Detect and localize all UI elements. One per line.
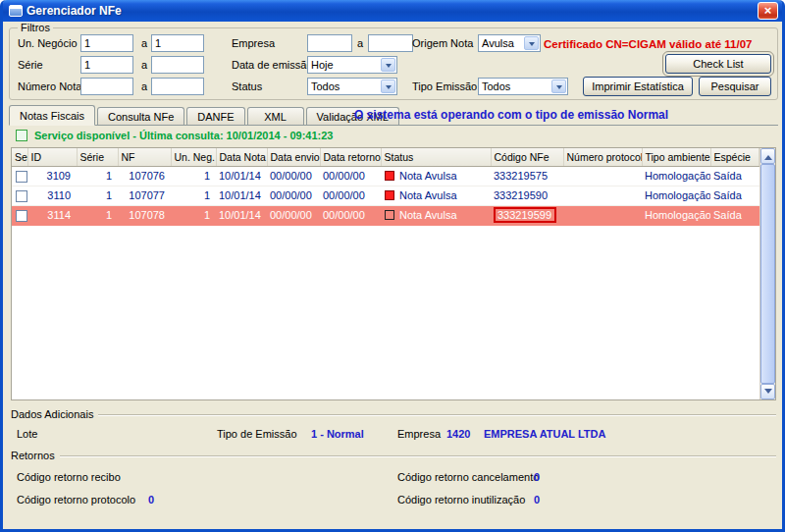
range-a-label: a bbox=[357, 37, 363, 49]
nf-cell: 107077 bbox=[118, 186, 171, 205]
un-neg-cell: 1 bbox=[171, 166, 216, 186]
data-envio-cell: 00/00/00 bbox=[267, 166, 320, 186]
data-nota-cell: 10/01/14 bbox=[216, 186, 267, 205]
status-cell: Nota Avulsa bbox=[381, 205, 491, 225]
chevron-down-icon[interactable] bbox=[381, 80, 395, 93]
numero-nota-from-input[interactable] bbox=[80, 78, 133, 95]
un-negocio-label: Un. Negócio bbox=[18, 37, 78, 49]
empresa-info-label: Empresa bbox=[397, 428, 441, 440]
un-negocio-to-input[interactable] bbox=[151, 34, 204, 52]
column-header[interactable]: Data Nota bbox=[216, 148, 267, 166]
service-status-line: Serviço disponível - Última consulta: 10… bbox=[16, 130, 333, 141]
retornos-title: Retornos bbox=[11, 450, 60, 461]
empresa-nome-value: EMPRESA ATUAL LTDA bbox=[484, 428, 605, 440]
check-list-button[interactable]: Check List bbox=[665, 54, 771, 74]
dados-adicionais-title: Dados Adicionais bbox=[11, 408, 98, 420]
column-header[interactable]: Data envio bbox=[267, 148, 320, 166]
column-header[interactable]: Série bbox=[77, 148, 118, 166]
column-header[interactable]: Código NFe bbox=[491, 148, 563, 166]
chevron-down-icon[interactable] bbox=[524, 36, 539, 50]
protocolo-cell bbox=[563, 166, 642, 186]
data-emissao-label: Data de emissão bbox=[232, 59, 313, 71]
column-header[interactable]: Número protocolo bbox=[563, 148, 642, 166]
codigo-nfe-cell: 333219590 bbox=[491, 186, 563, 205]
serie-to-input[interactable] bbox=[151, 56, 204, 74]
retorno-recibo-label: Código retorno recibo bbox=[17, 471, 121, 483]
section-divider bbox=[98, 414, 776, 416]
tipo-ambiente-cell: Homologação bbox=[642, 166, 710, 186]
client-area: Filtros Un. Negócio a Série a Número Not… bbox=[3, 22, 782, 529]
chevron-down-icon[interactable] bbox=[551, 80, 566, 93]
column-header[interactable]: Status bbox=[381, 148, 491, 166]
vertical-scrollbar[interactable] bbox=[759, 148, 775, 399]
numero-nota-label: Número Nota bbox=[18, 80, 81, 92]
pesquisar-button[interactable]: Pesquisar bbox=[699, 77, 771, 96]
column-header[interactable]: Espécie bbox=[710, 148, 759, 166]
un-negocio-from-input[interactable] bbox=[80, 34, 133, 52]
status-icon bbox=[385, 210, 394, 220]
especie-cell: Saída bbox=[710, 205, 759, 225]
data-emissao-select[interactable]: Hoje bbox=[307, 56, 397, 74]
retorno-inutilizacao-label: Código retorno inutilização bbox=[397, 494, 525, 505]
empresa-to-input[interactable] bbox=[368, 34, 413, 52]
table-row[interactable]: 3110 1 107077 1 10/01/14 00/00/00 00/00/… bbox=[12, 186, 759, 205]
empresa-label: Empresa bbox=[232, 37, 275, 49]
column-header[interactable]: Tipo ambiente bbox=[642, 148, 710, 166]
imprimir-estatistica-button[interactable]: Imprimir Estatística bbox=[583, 77, 693, 96]
status-text: Nota Avulsa bbox=[399, 170, 457, 182]
status-icon bbox=[385, 190, 394, 200]
status-text: Nota Avulsa bbox=[399, 189, 457, 201]
sel-cell bbox=[12, 186, 27, 205]
codigo-nfe-value: 333219590 bbox=[494, 189, 548, 201]
tab-label: Notas Fiscais bbox=[20, 110, 84, 122]
close-icon[interactable]: × bbox=[758, 2, 778, 20]
table-row[interactable]: 3109 1 107076 1 10/01/14 00/00/00 00/00/… bbox=[12, 166, 759, 186]
row-checkbox[interactable] bbox=[16, 171, 27, 183]
tabs: Notas Fiscais Consulta NFe DANFE XML Val… bbox=[9, 105, 401, 125]
column-header[interactable]: NF bbox=[118, 148, 171, 166]
data-emissao-value: Hoje bbox=[308, 59, 380, 71]
tab[interactable]: Notas Fiscais bbox=[9, 105, 95, 126]
column-header[interactable]: Data retorno bbox=[320, 148, 381, 166]
protocolo-cell bbox=[563, 205, 642, 225]
data-nota-cell: 10/01/14 bbox=[216, 166, 267, 186]
lote-label: Lote bbox=[17, 428, 37, 440]
retorno-protocolo-value: 0 bbox=[148, 494, 154, 505]
service-available-icon bbox=[16, 130, 27, 141]
tab[interactable]: Consulta NFe bbox=[97, 107, 184, 125]
scroll-up-icon[interactable] bbox=[760, 148, 775, 164]
titlebar[interactable]: Gerenciador NFe × bbox=[3, 0, 782, 22]
column-header[interactable]: Sel bbox=[12, 148, 27, 166]
invoice-grid-body: SelIDSérieNFUn. Neg.Data NotaData envioD… bbox=[12, 148, 759, 399]
tab[interactable]: XML bbox=[247, 107, 304, 125]
dados-adicionais-header: Dados Adicionais bbox=[11, 408, 776, 420]
serie-cell: 1 bbox=[77, 186, 118, 205]
filters-group-label: Filtros bbox=[18, 22, 53, 33]
status-select[interactable]: Todos bbox=[307, 78, 397, 95]
row-checkbox[interactable] bbox=[16, 190, 27, 202]
empresa-from-input[interactable] bbox=[307, 34, 352, 52]
tipo-emissao-info-value: 1 - Normal bbox=[311, 428, 364, 440]
scrollbar-thumb[interactable] bbox=[760, 164, 775, 384]
data-nota-cell: 10/01/14 bbox=[216, 205, 267, 225]
row-checkbox[interactable] bbox=[16, 210, 27, 222]
retorno-cancelamento-value: 0 bbox=[534, 471, 540, 483]
especie-cell: Saída bbox=[710, 166, 759, 186]
data-retorno-cell: 00/00/00 bbox=[320, 166, 381, 186]
status-icon bbox=[385, 171, 394, 181]
un-neg-cell: 1 bbox=[171, 186, 216, 205]
un-neg-cell: 1 bbox=[171, 205, 216, 225]
column-header[interactable]: ID bbox=[27, 148, 77, 166]
numero-nota-to-input[interactable] bbox=[151, 78, 204, 95]
table-row[interactable]: 3114 1 107078 1 10/01/14 00/00/00 00/00/… bbox=[12, 205, 759, 225]
origem-nota-select[interactable]: Avulsa bbox=[478, 34, 541, 52]
range-a-label: a bbox=[141, 80, 147, 92]
tipo-emissao-select[interactable]: Todos bbox=[478, 78, 568, 95]
tab-label: Consulta NFe bbox=[108, 111, 174, 123]
nf-cell: 107078 bbox=[118, 205, 171, 225]
column-header[interactable]: Un. Neg. bbox=[171, 148, 216, 166]
serie-from-input[interactable] bbox=[80, 56, 133, 74]
tab[interactable]: DANFE bbox=[186, 107, 244, 125]
scroll-down-icon[interactable] bbox=[760, 384, 775, 399]
chevron-down-icon[interactable] bbox=[381, 58, 395, 72]
